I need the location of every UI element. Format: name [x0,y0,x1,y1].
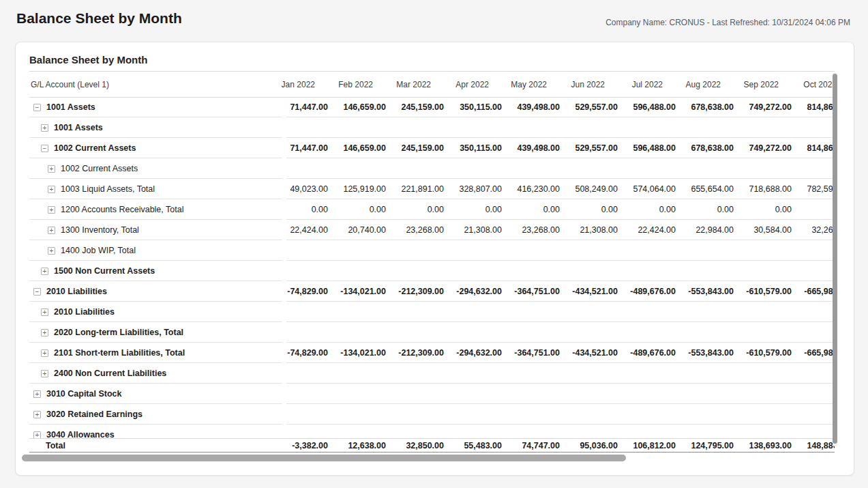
row-label[interactable]: 1003 Liquid Assets, Total [61,184,155,194]
cell-value: 782,590.00 [792,184,835,194]
cell-value: 655,654.00 [676,184,734,194]
row-label[interactable]: 1001 Assets [54,123,103,132]
row-label[interactable]: 2020 Long-term Liabilities, Total [54,328,183,337]
cell-value: 508,249.00 [560,184,618,194]
cell-value: -610,579.00 [734,287,792,296]
vertical-scrollbar[interactable] [833,72,837,446]
column-header-month[interactable]: Apr 2022 [444,80,502,89]
vertical-scrollbar-thumb[interactable] [833,74,837,444]
cell-value: -74,829.00 [270,348,328,358]
cell-value: 328,807.00 [444,184,502,194]
expand-icon[interactable]: + [33,390,41,398]
column-header-month[interactable]: Sep 2022 [734,80,792,89]
cell-value: 0.00 [560,205,618,214]
row-label[interactable]: 2400 Non Current Liabilities [54,369,166,378]
cell-value: -553,843.00 [676,287,734,296]
cell-value: -134,021.00 [328,287,386,296]
row-label[interactable]: 1001 Assets [46,102,95,112]
cell-value: -294,632.00 [444,348,502,358]
collapse-icon[interactable]: − [33,104,41,111]
collapse-icon[interactable]: − [41,145,48,152]
cell-value: -665,980.00 [792,287,835,296]
total-cell-value: 106,812.00 [618,441,676,450]
cell-value: 0.00 [676,205,734,214]
expand-icon[interactable]: + [41,308,48,316]
cell-value: 22,424.00 [618,225,676,235]
column-header-gl-account[interactable]: G/L Account (Level 1) [29,80,270,89]
total-cell-value: -3,382.00 [270,441,328,450]
table-row: +1500 Non Current Assets [29,261,835,281]
column-header-month[interactable]: Oct 2022 [792,80,835,89]
expand-icon[interactable]: + [33,411,41,418]
cell-value: 245,159.00 [386,143,444,153]
row-label[interactable]: 1300 Inventory, Total [61,225,139,235]
expand-icon[interactable]: + [48,165,55,173]
column-header-month[interactable]: Jun 2022 [560,80,618,89]
collapse-icon[interactable]: − [33,288,41,296]
cell-value: 439,498.00 [502,143,560,153]
row-label[interactable]: 1500 Non Current Assets [54,266,155,276]
row-label[interactable]: 1002 Current Assets [54,143,136,153]
cell-value: 21,308.00 [560,225,618,235]
cell-value: 439,498.00 [502,102,560,112]
expand-icon[interactable]: + [41,370,48,377]
column-header-month[interactable]: Jan 2022 [270,80,328,89]
table-row: +1003 Liquid Assets, Total49,023.00125,9… [29,179,835,199]
table-row: +1001 Assets [29,117,835,138]
total-cell-value: 55,483.00 [444,441,502,450]
row-label[interactable]: 1400 Job WIP, Total [61,246,136,255]
cell-value: -610,579.00 [734,348,792,358]
expand-icon[interactable]: + [48,227,55,234]
cell-value: 749,272.00 [734,102,792,112]
expand-icon[interactable]: + [41,268,48,275]
table-row: +2020 Long-term Liabilities, Total [29,322,835,343]
table-row: +3020 Retained Earnings [29,404,835,425]
cell-value: 596,488.00 [618,102,676,112]
table-row: +2101 Short-term Liabilities, Total-74,8… [29,343,835,363]
total-values: -3,382.0012,638.0032,850.0055,483.0074,7… [270,441,835,450]
table-row: +1200 Accounts Receivable, Total0.000.00… [29,199,835,220]
cell-value: -489,676.00 [618,287,676,296]
row-label[interactable]: 2010 Liabilities [46,287,107,296]
column-header-month[interactable]: Feb 2022 [328,80,386,89]
cell-value: 221,891.00 [386,184,444,194]
total-cell-value: 74,747.00 [502,441,560,450]
cell-value: 71,447.00 [270,102,328,112]
cell-value: 814,860.00 [792,102,835,112]
row-label[interactable]: 3020 Retained Earnings [46,410,143,419]
expand-icon[interactable]: + [48,206,55,214]
cell-value: 718,688.00 [734,184,792,194]
expand-icon[interactable]: + [41,124,48,132]
table-row: +2010 Liabilities [29,302,835,322]
column-header-month[interactable]: Mar 2022 [386,80,444,89]
expand-icon[interactable]: + [48,247,55,255]
row-label[interactable]: 3010 Capital Stock [46,389,121,399]
matrix-body: −1001 Assets71,447.00146,659.00245,159.0… [29,97,835,453]
column-header-month[interactable]: Aug 2022 [676,80,734,89]
cell-value: 0.00 [618,205,676,214]
row-label[interactable]: 2101 Short-term Liabilities, Total [54,348,185,358]
column-header-month[interactable]: Jul 2022 [618,80,676,89]
cell-value: 574,064.00 [618,184,676,194]
table-row: −1001 Assets71,447.00146,659.00245,159.0… [29,97,835,117]
horizontal-scrollbar[interactable] [22,455,626,461]
cell-value: 0.00 [792,205,835,214]
row-label[interactable]: 1002 Current Assets [61,164,138,173]
row-label[interactable]: 2010 Liabilities [54,307,115,317]
cell-value: -434,521.00 [560,348,618,358]
company-refresh-info: Company Name: CRONUS - Last Refreshed: 1… [605,18,850,27]
expand-icon[interactable]: + [33,431,41,439]
cell-value: 529,557.00 [560,102,618,112]
cell-value: 245,159.00 [386,102,444,112]
table-row: +1300 Inventory, Total22,424.0020,740.00… [29,220,835,240]
column-header-month[interactable]: May 2022 [502,80,560,89]
expand-icon[interactable]: + [41,349,48,357]
expand-icon[interactable]: + [41,329,48,336]
cell-value: -665,980.00 [792,348,835,358]
cell-value: 814,860.00 [792,143,835,153]
balance-sheet-matrix: G/L Account (Level 1) Jan 2022Feb 2022Ma… [29,71,835,453]
row-label[interactable]: 1200 Accounts Receivable, Total [61,205,183,214]
table-row: +1002 Current Assets [29,158,835,179]
expand-icon[interactable]: + [48,186,55,193]
cell-value: -364,751.00 [502,287,560,296]
